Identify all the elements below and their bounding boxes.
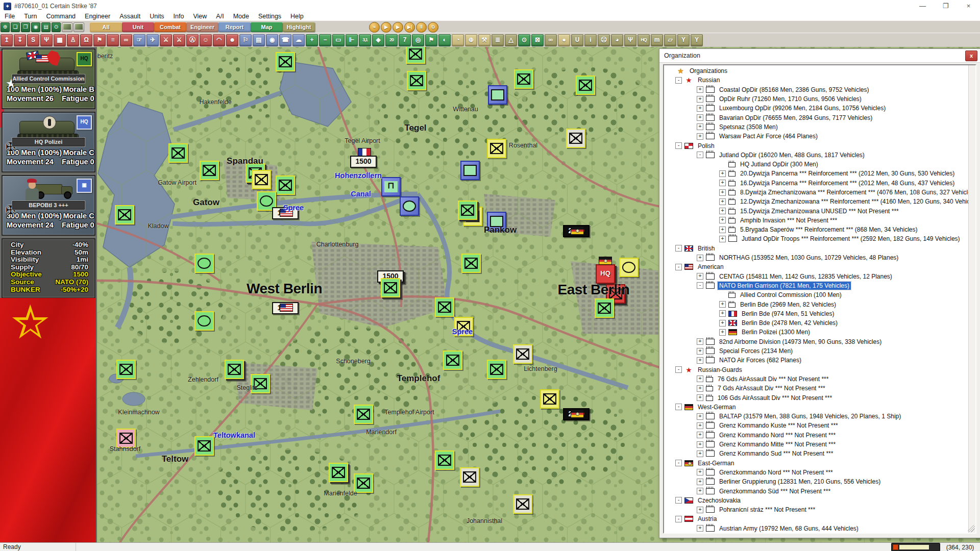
collapse-icon[interactable]: - bbox=[675, 245, 682, 252]
pointer-icon[interactable]: ☞ bbox=[133, 34, 145, 46]
menu-a-i[interactable]: A/I bbox=[211, 12, 228, 20]
menu-command[interactable]: Command bbox=[41, 12, 80, 20]
tab-engineer[interactable]: Engineer bbox=[186, 22, 218, 32]
org-tree-item-west-german[interactable]: -West-German bbox=[664, 403, 968, 412]
expand-icon[interactable]: + bbox=[697, 525, 703, 532]
report-flag-icon[interactable]: ⚐ bbox=[239, 34, 252, 46]
unit-counter[interactable] bbox=[115, 205, 134, 224]
org-tree-item-baltap-31579-men-388-guns-1948-vehicles-[interactable]: +BALTAP (31579 Men, 388 Guns, 1948 Vehic… bbox=[664, 412, 968, 421]
menu-settings[interactable]: Settings bbox=[254, 12, 286, 20]
org-tree-item-russian[interactable]: -★Russian bbox=[664, 76, 968, 85]
unit-panel-hq-polizei[interactable]: ✠HQHQ Polizei100 Men (100%)Morale CMovem… bbox=[2, 112, 95, 172]
unit-counter[interactable] bbox=[200, 161, 219, 180]
unit-counter[interactable] bbox=[194, 254, 214, 273]
org-tree-item-12-dywizja-zmechanizowana-reinforcement-[interactable]: +12.Dywizja Zmechanizowana *** Reinforce… bbox=[664, 197, 968, 206]
org-tree-item-russian-guards[interactable]: -★Russian-Guards bbox=[664, 365, 968, 374]
expand-icon[interactable]: + bbox=[697, 488, 703, 494]
org-tree-item-organizations[interactable]: +★Organizations bbox=[664, 66, 968, 76]
unit-counter[interactable] bbox=[329, 463, 348, 482]
crosshair-icon[interactable]: ⊕ bbox=[465, 34, 477, 46]
expand-icon[interactable]: + bbox=[697, 123, 703, 130]
org-tree-item-american[interactable]: -American bbox=[664, 262, 968, 271]
org-tree-item-british[interactable]: -British bbox=[664, 244, 968, 253]
unit-counter[interactable] bbox=[435, 450, 454, 470]
org-tree-item-106-gds-airassault-div-not-present[interactable]: +106 Gds AirAssault Div *** Not Present … bbox=[664, 393, 968, 402]
collapse-icon[interactable]: - bbox=[675, 460, 682, 466]
expand-icon[interactable]: + bbox=[697, 96, 703, 103]
collapse-icon[interactable]: - bbox=[675, 366, 682, 373]
unit-counter[interactable] bbox=[276, 52, 295, 71]
menu-help[interactable]: Help bbox=[286, 12, 308, 20]
expand-icon[interactable]: + bbox=[697, 432, 703, 438]
minimize-button[interactable]: — bbox=[911, 0, 934, 12]
org-tree-item-grenz-kommando-mitte-not-present[interactable]: +Grenz Kommando Mitte *** Not Present **… bbox=[664, 440, 968, 449]
expand-icon[interactable]: + bbox=[719, 301, 726, 308]
org-tree-item-20-dywizja-pancerna-reinforcement-2012-m[interactable]: +20.Dywizja Pancerna *** Reinforcement *… bbox=[664, 169, 968, 178]
org-tree-item-8-dywizja-zmechanizowana-reinforcement-4[interactable]: +8.Dywizja Zmechanizowana *** Reinforcem… bbox=[664, 188, 968, 197]
collapse-icon[interactable]: - bbox=[697, 282, 703, 289]
org-tree-item-grenz-kommando-kuste-not-present[interactable]: +Grenz Kommando Kuste *** Not Present **… bbox=[664, 421, 968, 430]
unit-counter[interactable] bbox=[461, 254, 481, 273]
orders-list-icon[interactable]: ≡ bbox=[107, 34, 119, 46]
expand-icon[interactable]: + bbox=[719, 329, 726, 336]
supply-pie-icon[interactable]: ◕ bbox=[611, 34, 623, 46]
field-glasses-icon[interactable]: ∞ bbox=[545, 34, 557, 46]
weather-icon[interactable]: ☁ bbox=[292, 34, 305, 46]
collapse-icon[interactable]: - bbox=[675, 264, 682, 270]
unit-counter[interactable] bbox=[225, 360, 244, 379]
org-tree-item-berlin-polizei-1300-men[interactable]: +Berlin Polizei (1300 Men) bbox=[664, 328, 968, 337]
org-tree-item-nato-air-forces-682-planes[interactable]: +NATO Air Forces (682 Planes) bbox=[664, 356, 968, 365]
org-tree-item-grenzkommando-nord-not-present[interactable]: +Grenzkommando Nord *** Not Present *** bbox=[664, 468, 968, 477]
org-tree-item-jutland-opdir-16020-men-488-guns-1817-ve[interactable]: -Jutland OpDir (16020 Men, 488 Guns, 181… bbox=[664, 151, 968, 160]
contrast-icon[interactable]: ◐ bbox=[438, 34, 451, 46]
org-tree-item-warsaw-pact-air-force-464-planes[interactable]: +Warsaw Pact Air Force (464 Planes) bbox=[664, 132, 968, 141]
engineer-tools-icon[interactable]: ⚒ bbox=[478, 34, 491, 46]
org-tree-item-spetsnaz-3508-men[interactable]: +Spetsnaz (3508 Men) bbox=[664, 122, 968, 132]
expand-icon[interactable]: + bbox=[719, 320, 726, 327]
org-tree-item-jutland-opdir-troops-reinforcement-2592-[interactable]: +Jutland OpDir Troops *** Reinforcement … bbox=[664, 234, 968, 243]
organization-scrollbar[interactable] bbox=[968, 65, 975, 533]
unload-down-icon[interactable]: ↧ bbox=[14, 34, 26, 46]
unit-counter[interactable] bbox=[443, 350, 462, 370]
unit-counter[interactable] bbox=[381, 278, 400, 297]
expand-icon[interactable]: + bbox=[697, 422, 703, 429]
unit-counter[interactable] bbox=[400, 196, 419, 216]
expand-icon[interactable]: + bbox=[697, 338, 703, 345]
org-tree-item-hq-jutland-opdir-300-men[interactable]: +HQ Jutland OpDir (300 Men) bbox=[664, 160, 968, 169]
unit-counter[interactable] bbox=[354, 405, 373, 424]
expand-icon[interactable]: + bbox=[697, 413, 703, 420]
expand-icon[interactable]: + bbox=[719, 227, 726, 233]
org-tree-item-northag-153952-men-1030-guns-10729-vehic[interactable]: +NORTHAG (153952 Men, 1030 Guns, 10729 V… bbox=[664, 253, 968, 262]
assault-icon[interactable]: ⚔ bbox=[160, 34, 172, 46]
rail-transport-icon[interactable]: ▦ bbox=[54, 34, 66, 46]
org-tree-item-berliner-gruppierung-12831-men-210-guns-[interactable]: +Berliner Gruppierung (12831 Men, 210 Gu… bbox=[664, 477, 968, 486]
shade-icon[interactable]: ◔ bbox=[452, 34, 464, 46]
expand-icon[interactable]: + bbox=[697, 385, 703, 392]
rewind-icon[interactable]: « bbox=[369, 22, 380, 33]
hazard-icon[interactable]: △ bbox=[505, 34, 517, 46]
magnifier-icon[interactable]: ⊙ bbox=[52, 22, 61, 32]
signpost-icon[interactable]: ⊩ bbox=[346, 34, 358, 46]
unit-counter[interactable] bbox=[513, 494, 532, 514]
expand-icon[interactable]: + bbox=[697, 348, 703, 355]
find-icon[interactable]: ⊙ bbox=[518, 34, 530, 46]
expand-icon[interactable]: + bbox=[719, 198, 726, 205]
binoculars-icon[interactable]: ∞ bbox=[120, 34, 132, 46]
tab-combat[interactable]: Combat bbox=[154, 22, 186, 32]
unit-counter[interactable] bbox=[458, 201, 477, 220]
org-tree-item-east-german[interactable]: -East-German bbox=[664, 458, 968, 467]
menu-mode[interactable]: Mode bbox=[229, 12, 254, 20]
load-up-icon[interactable]: ↥ bbox=[1, 34, 13, 46]
expand-icon[interactable]: + bbox=[697, 114, 703, 121]
collapse-icon[interactable]: - bbox=[697, 152, 703, 158]
expand-icon[interactable]: + bbox=[697, 479, 703, 485]
tab-report[interactable]: Report bbox=[218, 22, 251, 32]
unit-counter[interactable] bbox=[566, 129, 585, 148]
menu-engineer[interactable]: Engineer bbox=[80, 12, 115, 20]
org-tree-item-berlin-bde-974-men-51-vehicles[interactable]: +Berlin Bde (974 Men, 51 Vehicles) bbox=[664, 309, 968, 318]
org-tree-item-special-forces-2134-men[interactable]: +Special Forces (2134 Men) bbox=[664, 346, 968, 356]
air-mission-icon[interactable]: ✈ bbox=[146, 34, 159, 46]
zoom-in-icon[interactable]: + bbox=[306, 34, 318, 46]
unit-counter[interactable] bbox=[576, 76, 595, 95]
collapse-icon[interactable]: - bbox=[675, 77, 682, 84]
